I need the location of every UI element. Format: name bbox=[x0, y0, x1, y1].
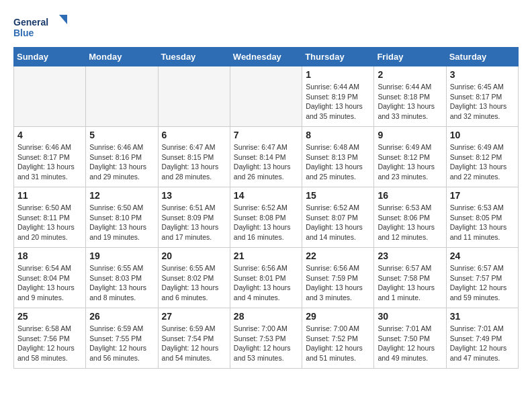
day-number: 26 bbox=[89, 311, 154, 322]
day-info: Sunrise: 6:49 AMSunset: 8:12 PMDaylight:… bbox=[450, 142, 515, 182]
day-info: Sunrise: 6:53 AMSunset: 8:05 PMDaylight:… bbox=[450, 203, 515, 242]
day-info: Sunrise: 6:47 AMSunset: 8:14 PMDaylight:… bbox=[234, 142, 298, 182]
calendar-cell: 30Sunrise: 7:01 AMSunset: 7:50 PMDayligh… bbox=[374, 308, 446, 369]
day-number: 23 bbox=[378, 250, 442, 261]
calendar-cell bbox=[86, 66, 158, 127]
svg-marker-2 bbox=[59, 15, 67, 24]
day-info: Sunrise: 6:50 AMSunset: 8:10 PMDaylight:… bbox=[89, 203, 154, 242]
day-number: 16 bbox=[378, 190, 442, 201]
day-number: 19 bbox=[89, 250, 154, 261]
day-info: Sunrise: 6:52 AMSunset: 8:08 PMDaylight:… bbox=[234, 203, 298, 242]
day-number: 11 bbox=[17, 190, 82, 201]
day-number: 12 bbox=[89, 190, 154, 201]
day-number: 7 bbox=[234, 130, 298, 140]
day-number: 29 bbox=[306, 311, 370, 322]
day-info: Sunrise: 6:54 AMSunset: 8:04 PMDaylight:… bbox=[17, 263, 82, 303]
day-number: 4 bbox=[17, 130, 82, 140]
day-info: Sunrise: 7:00 AMSunset: 7:53 PMDaylight:… bbox=[234, 324, 298, 363]
day-number: 9 bbox=[378, 130, 442, 140]
calendar-week-row: 1Sunrise: 6:44 AMSunset: 8:19 PMDaylight… bbox=[14, 66, 519, 127]
weekday-header: Wednesday bbox=[230, 48, 302, 66]
calendar-cell: 4Sunrise: 6:46 AMSunset: 8:17 PMDaylight… bbox=[14, 127, 86, 187]
calendar-cell: 14Sunrise: 6:52 AMSunset: 8:08 PMDayligh… bbox=[230, 187, 302, 248]
day-number: 17 bbox=[450, 190, 515, 201]
calendar-cell: 18Sunrise: 6:54 AMSunset: 8:04 PMDayligh… bbox=[14, 248, 86, 308]
calendar-cell: 22Sunrise: 6:56 AMSunset: 7:59 PMDayligh… bbox=[302, 248, 374, 308]
calendar-cell: 26Sunrise: 6:59 AMSunset: 7:55 PMDayligh… bbox=[86, 308, 158, 369]
calendar-cell: 13Sunrise: 6:51 AMSunset: 8:09 PMDayligh… bbox=[158, 187, 230, 248]
day-info: Sunrise: 6:57 AMSunset: 7:58 PMDaylight:… bbox=[378, 263, 442, 303]
calendar-cell: 3Sunrise: 6:45 AMSunset: 8:17 PMDaylight… bbox=[446, 66, 518, 127]
calendar-cell: 7Sunrise: 6:47 AMSunset: 8:14 PMDaylight… bbox=[230, 127, 302, 187]
calendar-cell: 27Sunrise: 6:59 AMSunset: 7:54 PMDayligh… bbox=[158, 308, 230, 369]
day-number: 30 bbox=[378, 311, 442, 322]
day-info: Sunrise: 6:59 AMSunset: 7:54 PMDaylight:… bbox=[162, 324, 226, 363]
calendar-cell: 8Sunrise: 6:48 AMSunset: 8:13 PMDaylight… bbox=[302, 127, 374, 187]
calendar-cell: 17Sunrise: 6:53 AMSunset: 8:05 PMDayligh… bbox=[446, 187, 518, 248]
calendar-cell: 1Sunrise: 6:44 AMSunset: 8:19 PMDaylight… bbox=[302, 66, 374, 127]
day-info: Sunrise: 6:48 AMSunset: 8:13 PMDaylight:… bbox=[306, 142, 370, 182]
calendar-cell: 15Sunrise: 6:52 AMSunset: 8:07 PMDayligh… bbox=[302, 187, 374, 248]
day-number: 13 bbox=[162, 190, 226, 201]
calendar-table: SundayMondayTuesdayWednesdayThursdayFrid… bbox=[13, 47, 519, 369]
calendar-cell: 21Sunrise: 6:56 AMSunset: 8:01 PMDayligh… bbox=[230, 248, 302, 308]
day-info: Sunrise: 6:50 AMSunset: 8:11 PMDaylight:… bbox=[17, 203, 82, 242]
day-info: Sunrise: 7:00 AMSunset: 7:52 PMDaylight:… bbox=[306, 324, 370, 363]
day-number: 22 bbox=[306, 250, 370, 261]
weekday-header-row: SundayMondayTuesdayWednesdayThursdayFrid… bbox=[14, 48, 519, 66]
svg-text:Blue: Blue bbox=[13, 28, 34, 38]
day-info: Sunrise: 7:01 AMSunset: 7:50 PMDaylight:… bbox=[378, 324, 442, 363]
calendar-cell: 12Sunrise: 6:50 AMSunset: 8:10 PMDayligh… bbox=[86, 187, 158, 248]
day-number: 28 bbox=[234, 311, 298, 322]
day-number: 21 bbox=[234, 250, 298, 261]
day-number: 20 bbox=[162, 250, 226, 261]
day-number: 10 bbox=[450, 130, 515, 140]
weekday-header: Tuesday bbox=[158, 48, 230, 66]
calendar-week-row: 11Sunrise: 6:50 AMSunset: 8:11 PMDayligh… bbox=[14, 187, 519, 248]
day-info: Sunrise: 6:57 AMSunset: 7:57 PMDaylight:… bbox=[450, 263, 515, 303]
day-info: Sunrise: 6:49 AMSunset: 8:12 PMDaylight:… bbox=[378, 142, 442, 182]
day-info: Sunrise: 6:58 AMSunset: 7:56 PMDaylight:… bbox=[17, 324, 82, 363]
day-info: Sunrise: 6:51 AMSunset: 8:09 PMDaylight:… bbox=[162, 203, 226, 242]
calendar-cell: 5Sunrise: 6:46 AMSunset: 8:16 PMDaylight… bbox=[86, 127, 158, 187]
day-number: 8 bbox=[306, 130, 370, 140]
day-number: 1 bbox=[306, 69, 370, 80]
calendar-cell: 24Sunrise: 6:57 AMSunset: 7:57 PMDayligh… bbox=[446, 248, 518, 308]
day-info: Sunrise: 6:44 AMSunset: 8:18 PMDaylight:… bbox=[378, 82, 442, 122]
day-number: 24 bbox=[450, 250, 515, 261]
calendar-cell: 31Sunrise: 7:01 AMSunset: 7:49 PMDayligh… bbox=[446, 308, 518, 369]
weekday-header: Saturday bbox=[446, 48, 518, 66]
day-number: 5 bbox=[89, 130, 154, 140]
day-info: Sunrise: 6:47 AMSunset: 8:15 PMDaylight:… bbox=[162, 142, 226, 182]
day-info: Sunrise: 6:52 AMSunset: 8:07 PMDaylight:… bbox=[306, 203, 370, 242]
weekday-header: Friday bbox=[374, 48, 446, 66]
day-info: Sunrise: 6:53 AMSunset: 8:06 PMDaylight:… bbox=[378, 203, 442, 242]
calendar-cell: 19Sunrise: 6:55 AMSunset: 8:03 PMDayligh… bbox=[86, 248, 158, 308]
calendar-cell bbox=[158, 66, 230, 127]
day-number: 25 bbox=[17, 311, 82, 322]
calendar-week-row: 4Sunrise: 6:46 AMSunset: 8:17 PMDaylight… bbox=[14, 127, 519, 187]
calendar-cell bbox=[230, 66, 302, 127]
calendar-cell: 11Sunrise: 6:50 AMSunset: 8:11 PMDayligh… bbox=[14, 187, 86, 248]
calendar-cell: 28Sunrise: 7:00 AMSunset: 7:53 PMDayligh… bbox=[230, 308, 302, 369]
day-info: Sunrise: 6:55 AMSunset: 8:03 PMDaylight:… bbox=[89, 263, 154, 303]
calendar-cell: 6Sunrise: 6:47 AMSunset: 8:15 PMDaylight… bbox=[158, 127, 230, 187]
day-number: 6 bbox=[162, 130, 226, 140]
calendar-cell: 29Sunrise: 7:00 AMSunset: 7:52 PMDayligh… bbox=[302, 308, 374, 369]
logo-svg: General Blue bbox=[13, 13, 67, 40]
weekday-header: Monday bbox=[86, 48, 158, 66]
day-info: Sunrise: 6:55 AMSunset: 8:02 PMDaylight:… bbox=[162, 263, 226, 303]
calendar-cell: 23Sunrise: 6:57 AMSunset: 7:58 PMDayligh… bbox=[374, 248, 446, 308]
calendar-cell: 2Sunrise: 6:44 AMSunset: 8:18 PMDaylight… bbox=[374, 66, 446, 127]
calendar-cell: 10Sunrise: 6:49 AMSunset: 8:12 PMDayligh… bbox=[446, 127, 518, 187]
svg-text:General: General bbox=[13, 17, 48, 28]
day-number: 27 bbox=[162, 311, 226, 322]
calendar-cell: 20Sunrise: 6:55 AMSunset: 8:02 PMDayligh… bbox=[158, 248, 230, 308]
calendar-cell: 25Sunrise: 6:58 AMSunset: 7:56 PMDayligh… bbox=[14, 308, 86, 369]
day-info: Sunrise: 6:59 AMSunset: 7:55 PMDaylight:… bbox=[89, 324, 154, 363]
day-info: Sunrise: 6:45 AMSunset: 8:17 PMDaylight:… bbox=[450, 82, 515, 122]
page-header: General Blue bbox=[13, 13, 519, 40]
day-info: Sunrise: 6:46 AMSunset: 8:16 PMDaylight:… bbox=[89, 142, 154, 182]
day-number: 3 bbox=[450, 69, 515, 80]
calendar-week-row: 18Sunrise: 6:54 AMSunset: 8:04 PMDayligh… bbox=[14, 248, 519, 308]
